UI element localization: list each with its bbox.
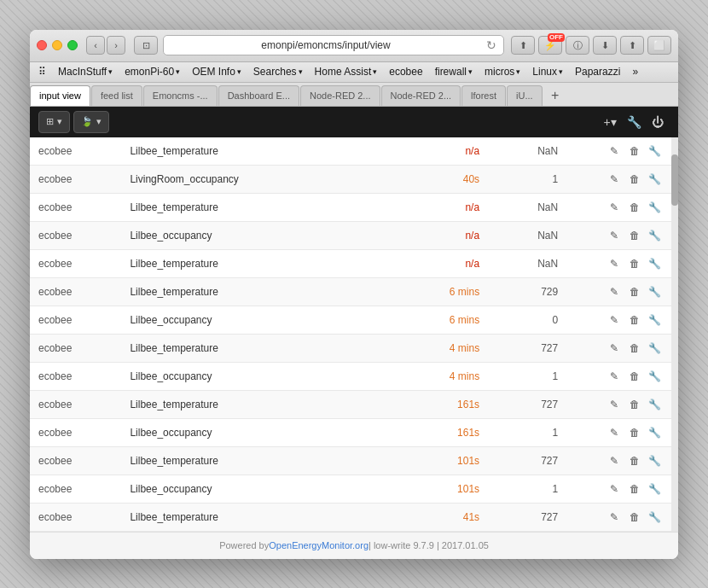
- plus-button[interactable]: +▾: [598, 110, 622, 134]
- config-icon[interactable]: 🔧: [646, 480, 663, 498]
- edit-icon[interactable]: ✎: [606, 340, 623, 357]
- inputs-table: ecobee Lilbee_temperature n/a NaN ✎ 🗑 🔧 …: [30, 137, 671, 532]
- row-actions: ✎ 🗑 🔧: [566, 137, 671, 166]
- config-icon[interactable]: 🔧: [646, 283, 663, 300]
- edit-icon[interactable]: ✎: [606, 199, 623, 216]
- delete-icon[interactable]: 🗑: [626, 340, 643, 357]
- footer-link[interactable]: OpenEnergyMonitor.org: [269, 540, 369, 550]
- power-button[interactable]: ⏻: [646, 110, 670, 134]
- edit-icon[interactable]: ✎: [606, 452, 623, 469]
- menu-emonpi[interactable]: emonPi-60 ▾: [119, 64, 185, 79]
- row-value: NaN: [488, 221, 566, 249]
- delete-icon[interactable]: 🗑: [626, 171, 643, 188]
- reload-button[interactable]: ↻: [486, 38, 496, 52]
- share-button[interactable]: ⬆: [620, 36, 644, 55]
- off-toggle-button[interactable]: OFF ⚡: [538, 36, 562, 55]
- edit-icon[interactable]: ✎: [606, 368, 623, 385]
- delete-icon[interactable]: 🗑: [626, 424, 643, 441]
- config-icon[interactable]: 🔧: [646, 424, 663, 441]
- row-source: ecobee: [30, 390, 121, 418]
- table-row: ecobee LivingRoom_occupancy 40s 1 ✎ 🗑 🔧: [30, 165, 671, 193]
- delete-icon[interactable]: 🗑: [626, 255, 643, 272]
- edit-icon[interactable]: ✎: [606, 424, 623, 441]
- info-button[interactable]: ⓘ: [566, 36, 589, 55]
- off-badge: OFF: [548, 33, 565, 42]
- menu-ecobee[interactable]: ecobee: [384, 64, 427, 79]
- menu-linux[interactable]: Linux ▾: [527, 64, 568, 79]
- menu-homeassist[interactable]: Home Assist ▾: [310, 64, 383, 79]
- config-icon[interactable]: 🔧: [646, 340, 663, 357]
- tab-lforest[interactable]: lforest: [461, 85, 506, 106]
- upload-button[interactable]: ⬇: [593, 36, 617, 55]
- row-name: Lilbee_temperature: [121, 137, 383, 166]
- row-time: n/a: [383, 221, 488, 249]
- config-icon[interactable]: 🔧: [646, 311, 663, 329]
- delete-icon[interactable]: 🗑: [626, 509, 643, 526]
- config-icon[interactable]: 🔧: [646, 199, 663, 216]
- tab-overview-button[interactable]: ⊡: [134, 36, 158, 55]
- edit-icon[interactable]: ✎: [606, 396, 623, 413]
- config-icon[interactable]: 🔧: [646, 368, 663, 385]
- download-button[interactable]: ⬆: [511, 36, 535, 55]
- tab-iu[interactable]: iU...: [507, 85, 543, 106]
- config-icon[interactable]: 🔧: [646, 396, 663, 413]
- tab-input-view[interactable]: input view: [30, 85, 90, 106]
- delete-icon[interactable]: 🗑: [626, 396, 643, 413]
- row-actions: ✎ 🗑 🔧: [566, 221, 671, 249]
- edit-icon[interactable]: ✎: [606, 227, 623, 244]
- tab-nodered-2[interactable]: Node-RED 2...: [381, 85, 461, 106]
- delete-icon[interactable]: 🗑: [626, 452, 643, 469]
- delete-icon[interactable]: 🗑: [626, 199, 643, 216]
- edit-icon[interactable]: ✎: [606, 171, 623, 188]
- url-bar[interactable]: emonpi/emoncms/input/view ↻: [163, 35, 504, 55]
- scrollbar-thumb[interactable]: [671, 154, 678, 206]
- forward-button[interactable]: ›: [107, 36, 125, 55]
- back-button[interactable]: ‹: [86, 36, 105, 55]
- close-button[interactable]: [37, 40, 47, 50]
- wrench-button[interactable]: 🔧: [622, 110, 646, 134]
- menu-macinstuff[interactable]: MacInStuff ▾: [53, 64, 118, 79]
- config-icon[interactable]: 🔧: [646, 509, 663, 526]
- menu-apps[interactable]: ⠿: [33, 64, 51, 79]
- delete-icon[interactable]: 🗑: [626, 311, 643, 329]
- row-value: 727: [488, 334, 566, 362]
- titlebar-right: ⬆ OFF ⚡ ⓘ ⬇ ⬆ ⬜: [511, 36, 671, 55]
- edit-icon[interactable]: ✎: [606, 283, 623, 300]
- delete-icon[interactable]: 🗑: [626, 227, 643, 244]
- delete-icon[interactable]: 🗑: [626, 368, 643, 385]
- tab-nodered-1[interactable]: Node-RED 2...: [300, 85, 380, 106]
- delete-icon[interactable]: 🗑: [626, 283, 643, 300]
- tab-add-button[interactable]: +: [545, 85, 566, 106]
- row-time: n/a: [383, 137, 488, 166]
- config-icon[interactable]: 🔧: [646, 227, 663, 244]
- edit-icon[interactable]: ✎: [606, 509, 623, 526]
- tab-dashboard[interactable]: Dashboard E...: [218, 85, 299, 106]
- menu-oeminfo[interactable]: OEM Info ▾: [187, 64, 247, 79]
- menu-firewall[interactable]: firewall ▾: [430, 64, 478, 79]
- delete-icon[interactable]: 🗑: [626, 480, 643, 498]
- row-source: ecobee: [30, 137, 121, 166]
- grid-view-button[interactable]: ⊞ ▾: [38, 111, 70, 133]
- tab-feed-list[interactable]: feed list: [91, 85, 142, 106]
- leaf-button[interactable]: 🍃 ▾: [73, 111, 109, 133]
- minimize-button[interactable]: [52, 40, 62, 50]
- edit-icon[interactable]: ✎: [606, 255, 623, 272]
- config-icon[interactable]: 🔧: [646, 171, 663, 188]
- config-icon[interactable]: 🔧: [646, 452, 663, 469]
- config-icon[interactable]: 🔧: [646, 143, 663, 160]
- scrollbar[interactable]: [671, 137, 678, 532]
- menu-more[interactable]: »: [627, 64, 643, 79]
- edit-icon[interactable]: ✎: [606, 311, 623, 329]
- delete-icon[interactable]: 🗑: [626, 143, 643, 160]
- maximize-button[interactable]: [67, 40, 78, 50]
- menu-paparazzi[interactable]: Paparazzi: [570, 64, 625, 79]
- row-value: 729: [488, 277, 566, 306]
- edit-icon[interactable]: ✎: [606, 143, 623, 160]
- edit-icon[interactable]: ✎: [606, 480, 623, 498]
- window-button[interactable]: ⬜: [647, 36, 671, 55]
- row-name: Lilbee_temperature: [121, 193, 383, 221]
- menu-searches[interactable]: Searches ▾: [248, 64, 308, 79]
- tab-emoncms[interactable]: Emoncms -...: [143, 85, 218, 106]
- config-icon[interactable]: 🔧: [646, 255, 663, 272]
- menu-micros[interactable]: micros ▾: [479, 64, 525, 79]
